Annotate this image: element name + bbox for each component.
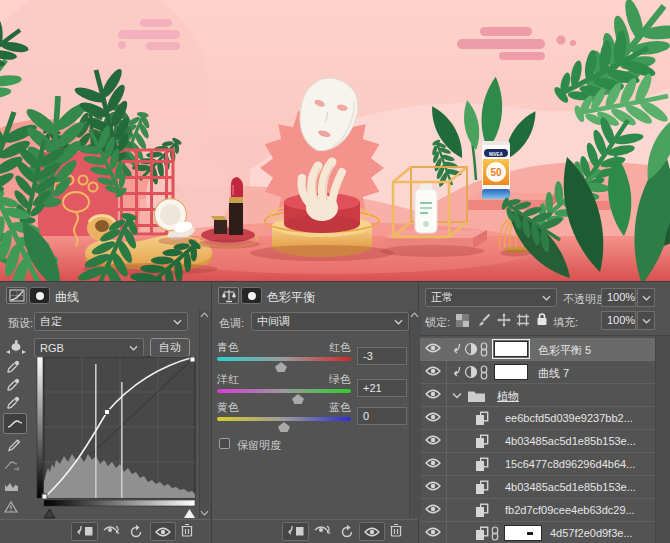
mask-link-chain-icon[interactable]: [491, 526, 499, 541]
clip-to-layer-icon[interactable]: [71, 522, 98, 541]
layer-row-smart-object[interactable]: 4b03485ac5d1e85b153e...: [420, 476, 655, 499]
scroll-down-icon[interactable]: [200, 510, 209, 516]
yellow-blue-slider[interactable]: [217, 417, 351, 421]
layer-mask-thumbnail[interactable]: [494, 364, 528, 380]
layers-panel: 正常 不透明度: 100% 锁定: 填充: 100%: [420, 282, 670, 543]
clip-to-layer-icon[interactable]: [282, 522, 309, 541]
view-previous-state-icon[interactable]: [102, 524, 122, 536]
smart-object-icon: [475, 457, 489, 472]
layer-name[interactable]: 4b03485ac5d1e85b153e...: [505, 481, 636, 493]
layer-row-smart-object[interactable]: ee6bcfd5d039e9237bb2...: [420, 407, 655, 430]
layer-mask-icon[interactable]: [241, 287, 262, 304]
cyan-red-slider[interactable]: [217, 357, 351, 361]
layers-scrollbar[interactable]: [655, 336, 670, 543]
layer-name[interactable]: ee6bcfd5d039e9237bb2...: [505, 412, 633, 424]
lock-transparency-icon[interactable]: [456, 314, 469, 327]
visibility-eye-icon[interactable]: [425, 389, 441, 399]
mask-content-mark: [527, 532, 533, 535]
layer-row-smart-object[interactable]: fb2d7cf09cee4eb63dc29...: [420, 499, 655, 522]
opacity-dropdown-icon[interactable]: [637, 288, 655, 307]
lock-pixels-brush-icon[interactable]: [477, 313, 491, 327]
preserve-luminosity-checkbox[interactable]: [219, 438, 230, 449]
visibility-eye-icon[interactable]: [425, 527, 441, 537]
color-balance-panel-icon[interactable]: [218, 287, 239, 304]
reset-icon[interactable]: [129, 524, 143, 538]
layer-mask-thumbnail[interactable]: [494, 341, 528, 357]
layer-row-smart-object-masked[interactable]: 4d57f2e0d9f3e...: [420, 522, 655, 543]
channel-dropdown[interactable]: RGB: [34, 338, 144, 357]
visibility-eye-icon[interactable]: [425, 504, 441, 514]
lock-all-padlock-icon[interactable]: [536, 312, 548, 326]
mask-link-chain-icon[interactable]: [480, 365, 488, 380]
yellow-label: 黄色: [217, 400, 239, 415]
black-point-eyedropper-icon[interactable]: [6, 360, 20, 374]
scroll-up-icon[interactable]: [410, 312, 419, 318]
curves-panel-icon[interactable]: [6, 287, 27, 304]
layer-mask-icon[interactable]: [29, 287, 50, 304]
visibility-toggle-icon[interactable]: [359, 522, 385, 541]
magenta-green-value[interactable]: +21: [357, 379, 407, 397]
visibility-eye-icon[interactable]: [425, 366, 441, 376]
curve-edit-tool-icon[interactable]: [3, 413, 27, 434]
lock-label: 锁定:: [425, 315, 450, 330]
chevron-down-icon: [129, 345, 138, 351]
chevron-down-icon: [173, 319, 182, 325]
fill-value[interactable]: 100%: [601, 311, 636, 330]
layer-name[interactable]: 4b03485ac5d1e85b153e...: [505, 435, 636, 447]
layer-row-smart-object[interactable]: 15c6477c8d96296d4b64...: [420, 453, 655, 476]
layer-name[interactable]: fb2d7cf09cee4eb63dc29...: [505, 504, 635, 516]
panel-title: 色彩平衡: [267, 289, 315, 306]
cyan-red-value[interactable]: -3: [357, 347, 407, 365]
blend-mode-dropdown[interactable]: 正常: [425, 288, 557, 307]
visibility-eye-icon[interactable]: [425, 412, 441, 422]
delete-trash-icon[interactable]: [390, 523, 402, 537]
magenta-green-slider[interactable]: [217, 389, 351, 393]
chevron-down-icon: [394, 319, 403, 325]
smart-object-icon: [475, 434, 489, 449]
gray-point-eyedropper-icon[interactable]: [6, 378, 20, 392]
visibility-toggle-icon[interactable]: [150, 522, 176, 541]
pencil-tool-icon[interactable]: [7, 438, 21, 452]
yellow-blue-slider-thumb[interactable]: [278, 422, 290, 432]
layer-name[interactable]: 4d57f2e0d9f3e...: [550, 527, 633, 539]
view-previous-state-icon[interactable]: [313, 524, 333, 536]
lock-position-move-icon[interactable]: [497, 313, 511, 327]
yellow-blue-value[interactable]: 0: [357, 407, 407, 425]
mask-link-chain-icon[interactable]: [480, 342, 488, 357]
tone-label: 色调:: [219, 316, 244, 331]
preset-dropdown[interactable]: 自定: [34, 312, 188, 331]
layer-row-smart-object[interactable]: 4b03485ac5d1e85b153e...: [420, 430, 655, 453]
magenta-green-slider-thumb[interactable]: [292, 394, 304, 404]
visibility-eye-icon[interactable]: [425, 458, 441, 468]
smart-object-icon: [475, 503, 489, 518]
layer-name[interactable]: 色彩平衡 5: [538, 343, 591, 358]
panel-scrollbar[interactable]: [199, 310, 211, 518]
tone-dropdown[interactable]: 中间调: [251, 312, 409, 331]
white-point-eyedropper-icon[interactable]: [6, 396, 20, 410]
smooth-curve-icon[interactable]: [4, 459, 21, 471]
targeted-adjustment-icon[interactable]: [4, 337, 28, 357]
group-expand-chevron-icon[interactable]: [452, 392, 462, 399]
reset-icon[interactable]: [340, 524, 354, 538]
delete-trash-icon[interactable]: [181, 523, 193, 537]
layer-name[interactable]: 植物: [497, 389, 519, 404]
layer-row-color-balance[interactable]: 色彩平衡 5: [420, 338, 655, 361]
visibility-eye-icon[interactable]: [425, 343, 441, 353]
lock-artboard-icon[interactable]: [516, 313, 530, 327]
fill-dropdown-icon[interactable]: [637, 311, 655, 330]
cyan-red-slider-thumb[interactable]: [275, 362, 287, 372]
clip-arrow-icon: [452, 366, 462, 378]
document-canvas[interactable]: NIVEA 50: [0, 0, 670, 281]
layer-name[interactable]: 15c6477c8d96296d4b64...: [505, 458, 635, 470]
visibility-eye-icon[interactable]: [425, 481, 441, 491]
scroll-up-icon[interactable]: [200, 312, 209, 318]
curves-graph[interactable]: [36, 356, 196, 520]
opacity-value[interactable]: 100%: [601, 288, 636, 307]
histogram-icon: [4, 480, 20, 492]
visibility-eye-icon[interactable]: [425, 435, 441, 445]
layer-name[interactable]: 曲线 7: [538, 366, 569, 381]
layer-row-group-plants[interactable]: 植物: [420, 384, 655, 407]
layer-row-curves[interactable]: 曲线 7: [420, 361, 655, 384]
auto-button[interactable]: 自动: [150, 338, 190, 357]
layer-mask-thumbnail[interactable]: [504, 525, 542, 541]
